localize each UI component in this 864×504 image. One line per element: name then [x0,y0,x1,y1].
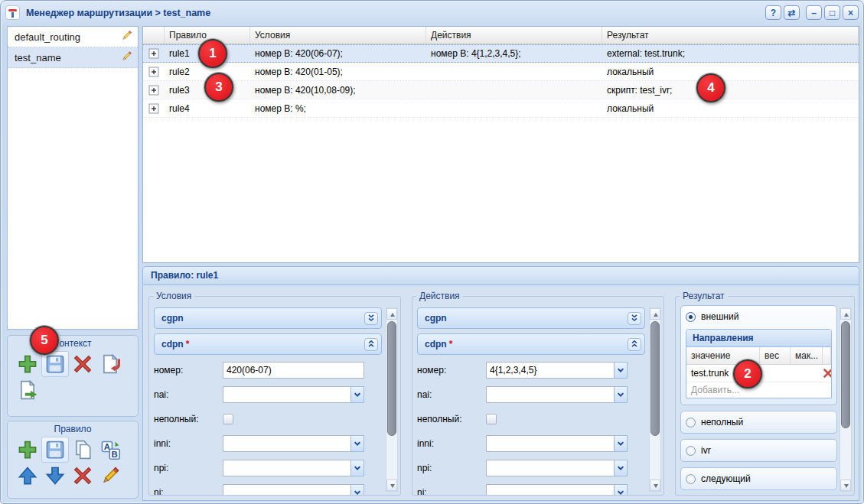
result-scrollbar[interactable] [840,307,852,492]
panel-cdpn[interactable]: cdpn * [154,333,382,355]
edit-button[interactable] [96,463,124,489]
scroll-up-icon[interactable] [840,308,851,320]
panel-cgpn[interactable]: cgpn [154,307,382,329]
combo-dropdown-icon[interactable] [614,435,628,452]
expand-panel-icon[interactable] [364,312,378,325]
row-expand-icon[interactable] [143,67,165,77]
context-item-test_name[interactable]: test_name [8,47,138,68]
combo-input[interactable] [223,484,350,495]
directions-column-header[interactable]: вес [760,347,791,364]
combo-input[interactable] [486,435,614,452]
panel-cgpn[interactable]: cgpn [417,307,645,329]
scroll-up-icon[interactable] [386,308,397,320]
field-combo[interactable] [486,484,628,495]
column-header-2[interactable]: Условия [250,27,426,44]
combo-dropdown-icon[interactable] [614,484,628,495]
radio-неполный[interactable]: неполный [686,415,832,429]
copy-button[interactable] [69,437,96,463]
radio-icon[interactable] [686,446,696,456]
help-button[interactable]: ? [765,5,781,20]
collapse-panel-icon[interactable] [628,338,641,351]
refresh-button[interactable]: ⇄ [784,5,800,20]
directions-add-row[interactable]: Добавить... [686,382,831,398]
combo-dropdown-icon[interactable] [350,484,364,495]
close-button[interactable]: × [843,5,859,20]
field-combo[interactable] [486,460,628,476]
field-combo[interactable] [486,362,628,379]
row-expand-icon[interactable] [143,48,165,59]
panel-cdpn[interactable]: cdpn * [417,333,645,355]
column-header-4[interactable]: Результат [602,27,859,44]
combo-input[interactable] [223,386,350,403]
combo-dropdown-icon[interactable] [350,460,364,476]
rule-toolbar-group: Правило [7,421,139,499]
delete-direction-icon[interactable] [823,368,832,379]
conditions-scrollbar[interactable] [386,307,398,492]
combo-input[interactable] [223,435,350,452]
add-button[interactable] [14,437,41,463]
combo-dropdown-icon[interactable] [350,386,364,403]
combo-input[interactable] [486,386,614,403]
edit-pencil-icon[interactable] [121,50,132,64]
field-label: nai: [417,389,486,400]
scroll-thumb[interactable] [841,321,850,428]
scroll-thumb[interactable] [650,321,660,436]
combo-dropdown-icon[interactable] [614,460,628,476]
expand-panel-icon[interactable] [628,312,641,325]
sort-button[interactable] [96,437,124,463]
maximize-button[interactable]: □ [824,5,840,20]
table-row-rule1[interactable]: rule1номер B: 420(06-07);номер B: 4{1,2,… [143,44,859,63]
combo-dropdown-icon[interactable] [614,386,628,403]
combo-dropdown-icon[interactable] [350,435,364,452]
combo-input[interactable] [223,460,350,476]
table-row-rule2[interactable]: rule2номер B: 420(01-05);локальный [143,63,859,81]
save-button[interactable] [41,351,69,377]
field-combo[interactable] [223,386,364,403]
directions-column-header[interactable]: мак... [791,347,823,364]
field-input[interactable] [223,362,364,379]
field-checkbox[interactable] [223,414,233,424]
radio-icon[interactable] [686,474,696,484]
scroll-down-icon[interactable] [840,480,851,491]
delete-button[interactable] [69,351,96,377]
radio-ivr[interactable]: ivr [686,444,832,457]
result-legend: Результат [680,291,728,301]
scroll-up-icon[interactable] [650,308,660,320]
export-button[interactable] [14,377,41,403]
row-expand-icon[interactable] [143,103,165,114]
combo-input[interactable] [486,484,614,495]
minimize-button[interactable]: – [806,5,822,20]
radio-следующий[interactable]: следующий [686,472,832,486]
titlebar: Менеджер маршрутизации > test_name ?⇄–□× [5,3,859,22]
table-row-rule4[interactable]: rule4номер B: %;локальный [143,99,859,118]
field-combo[interactable] [486,386,628,403]
edit-pencil-icon[interactable] [121,30,132,44]
field-combo[interactable] [486,435,628,452]
save-button[interactable] [41,437,69,463]
field-combo[interactable] [223,460,364,476]
field-combo[interactable] [223,484,364,495]
combo-dropdown-icon[interactable] [614,362,628,379]
radio-icon[interactable] [686,418,696,428]
scroll-thumb[interactable] [387,321,396,436]
radio-icon[interactable] [686,312,696,322]
move-down-button[interactable] [41,463,69,489]
delete-button[interactable] [69,463,96,489]
radio-external[interactable]: внешний [686,310,832,324]
actions-scrollbar[interactable] [649,307,661,492]
combo-input[interactable] [486,362,614,379]
combo-input[interactable] [486,460,614,476]
collapse-panel-icon[interactable] [364,338,378,351]
add-button[interactable] [14,351,41,377]
scroll-down-icon[interactable] [386,480,397,491]
scroll-down-icon[interactable] [650,480,660,491]
conditions-fieldset: Условия cgpncdpn *номер:nai:неполный:inn… [148,291,401,496]
field-combo[interactable] [223,435,364,452]
row-expand-icon[interactable] [143,85,165,96]
table-row-rule3[interactable]: rule3номер B: 420(10,08-09);скрипт: test… [143,81,859,99]
context-item-default_routing[interactable]: default_routing [8,27,138,47]
field-checkbox[interactable] [486,414,497,424]
move-up-button[interactable] [14,463,41,489]
column-header-3[interactable]: Действия [426,27,602,44]
import-button[interactable] [96,351,124,377]
